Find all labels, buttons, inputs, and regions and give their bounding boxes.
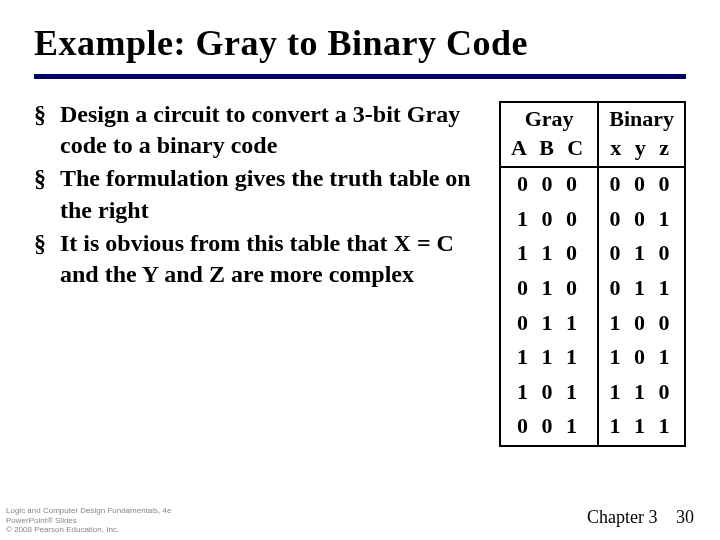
table-row: 1 0 0 0 0 1 [500,203,685,238]
cell-bin: 1 0 0 [598,307,685,342]
cell-gray: 0 1 0 [500,272,598,307]
cell-bin: 1 1 1 [598,410,685,446]
cell-bin: 1 0 1 [598,341,685,376]
table-subheader-row: A B C x y z [500,134,685,168]
bullet-list: Design a circuit to convert a 3-bit Gray… [34,99,485,292]
footer-book: Logic and Computer Design Fundamentals, … [6,506,171,515]
col-header-binary: Binary [598,102,685,134]
col-sub-gray: A B C [500,134,598,168]
table-row: 0 1 0 0 1 1 [500,272,685,307]
cell-gray: 1 1 0 [500,237,598,272]
cell-gray: 0 1 1 [500,307,598,342]
list-item: The formulation gives the truth table on… [34,163,485,225]
cell-bin: 0 0 0 [598,167,685,203]
page-number: 30 [676,507,694,527]
cell-bin: 0 1 1 [598,272,685,307]
chapter-label: Chapter 3 [587,507,657,527]
table-row: 1 1 1 1 0 1 [500,341,685,376]
slide: Example: Gray to Binary Code Design a ci… [0,0,720,447]
table-row: 0 1 1 1 0 0 [500,307,685,342]
col-sub-binary: x y z [598,134,685,168]
cell-bin: 0 0 1 [598,203,685,238]
footer-pagination: Chapter 3 30 [587,507,694,528]
cell-bin: 1 1 0 [598,376,685,411]
footer-copyright: Logic and Computer Design Fundamentals, … [6,506,171,534]
table-header-row: Gray Binary [500,102,685,134]
cell-gray: 0 0 0 [500,167,598,203]
table-row: 0 0 1 1 1 1 [500,410,685,446]
title-rule [34,74,686,79]
footer-copy: © 2008 Pearson Education, Inc. [6,525,171,534]
cell-gray: 1 0 1 [500,376,598,411]
cell-bin: 0 1 0 [598,237,685,272]
col-header-gray: Gray [500,102,598,134]
table-row: 0 0 0 0 0 0 [500,167,685,203]
truth-table: Gray Binary A B C x y z 0 0 0 0 0 0 1 0 … [499,101,686,447]
content-row: Design a circuit to convert a 3-bit Gray… [34,99,686,447]
cell-gray: 1 0 0 [500,203,598,238]
page-title: Example: Gray to Binary Code [34,22,686,64]
list-item: It is obvious from this table that X = C… [34,228,485,290]
cell-gray: 1 1 1 [500,341,598,376]
table-row: 1 0 1 1 1 0 [500,376,685,411]
cell-gray: 0 0 1 [500,410,598,446]
list-item: Design a circuit to convert a 3-bit Gray… [34,99,485,161]
table-row: 1 1 0 0 1 0 [500,237,685,272]
footer-subtitle: PowerPoint® Slides [6,516,171,525]
